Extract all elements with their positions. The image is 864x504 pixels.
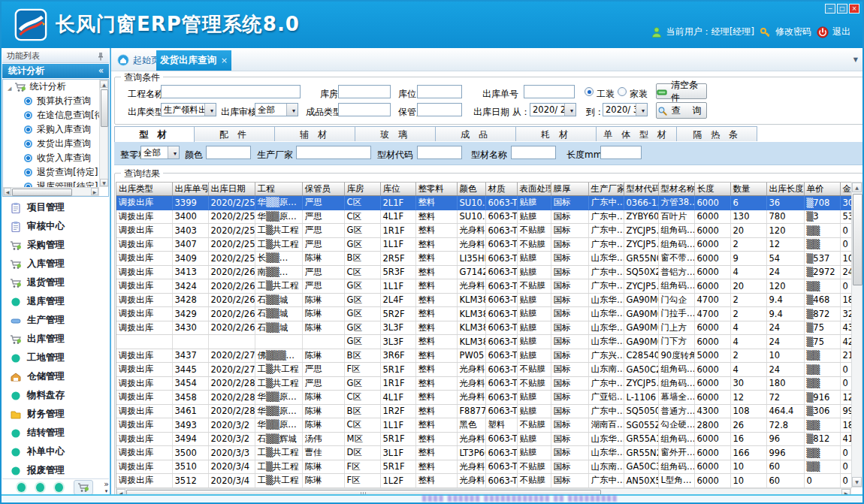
tree-item[interactable]: 发货出库查询 [3, 137, 108, 151]
tree-root-statistics[interactable]: 统计分析 [3, 80, 108, 94]
clear-conditions-button[interactable]: 清空条件 [656, 83, 707, 99]
radio-home-install[interactable] [618, 87, 627, 96]
table-row[interactable]: 调拨出库34452020/2/27工▒共工程严思F区5R1F整料光身料6063-… [116, 363, 852, 377]
sidebar-item-出库管理[interactable]: 出库管理 [2, 330, 109, 349]
expand-icon[interactable] [8, 82, 11, 92]
column-header-颜色[interactable]: 颜色 [457, 183, 485, 196]
tree-horizontal-scrollbar[interactable] [3, 187, 99, 196]
tab-list-dropdown-icon[interactable]: ▼ [853, 56, 858, 63]
sidebar-item-生产管理[interactable]: 生产管理 [2, 311, 109, 330]
scroll-right-arrow[interactable] [91, 188, 98, 195]
out-type-select[interactable]: 生产领料出库 [161, 103, 216, 116]
search-button[interactable]: 查 询 [656, 102, 707, 119]
collapse-icon[interactable]: « [98, 64, 104, 78]
column-header-出库日期[interactable]: 出库日期 [208, 183, 255, 196]
location-input[interactable] [417, 85, 462, 98]
material-tab-8[interactable]: 隔 热 条 [677, 126, 757, 141]
sidebar-item-物料盘存[interactable]: 物料盘存 [2, 386, 109, 405]
column-header-出库长度[interactable]: 出库长度 [766, 183, 804, 196]
column-header-生产厂家[interactable]: 生产厂家 [588, 183, 624, 196]
table-row[interactable]: 调拨出库34372020/2/27佛▒▒▒…陈琳B区3R6F整料PW056063… [116, 349, 852, 363]
tab-home[interactable]: 起始页 [117, 52, 160, 68]
date-to-picker[interactable]: 2020/ 3/16 [603, 103, 648, 116]
product-type-input[interactable] [338, 103, 391, 116]
table-row[interactable]: 调拨出库34072020/2/25工▒共工程严思G区1L1F整料光身料6063-… [116, 237, 852, 252]
sidebar-item-报废管理[interactable]: 报废管理 [2, 461, 109, 480]
column-header-数量[interactable]: 数量 [730, 183, 766, 196]
color-input[interactable] [206, 146, 251, 159]
material-tab-7[interactable]: 单 体 型 材 [597, 126, 677, 141]
table-row[interactable]: 调拨出库34612020/2/28华▒▒原…陈琳B区1R2F整料F8877FT6… [116, 404, 852, 418]
table-row[interactable]: 调拨出库34542020/2/28工▒共工程严思G区1R1F整料光身料6063-… [116, 376, 852, 391]
material-tab-1[interactable]: 型 材 [114, 126, 195, 142]
grid-vertical-scrollbar[interactable] [851, 182, 862, 487]
project-name-input[interactable] [161, 85, 301, 98]
change-password-button[interactable]: 修改密码 [760, 26, 811, 38]
sidebar-item-入库管理[interactable]: 入库管理 [2, 255, 109, 273]
table-row[interactable]: 调拨出库35002020/3/3工▒共工程曹佳D区3L1F整料LT3P60606… [116, 446, 852, 460]
column-header-型材名称[interactable]: 型材名称 [658, 183, 694, 196]
column-header-工程[interactable]: 工程 [255, 183, 302, 196]
overflow-chevron[interactable]: »▾ [104, 481, 109, 494]
warehouse-input[interactable] [338, 85, 391, 98]
table-row[interactable]: 调拨出库34092020/2/25长▒▒…陈琳B区2R5F整料LI35HD606… [116, 252, 852, 266]
module-dot-icon[interactable] [36, 483, 44, 492]
column-header-库位[interactable]: 库位 [380, 183, 415, 196]
whole-part-select[interactable]: 全部 [140, 146, 180, 159]
tree-item[interactable]: 在途信息查询[待 [3, 108, 108, 122]
module-dot-icon[interactable] [55, 483, 63, 492]
tree-item[interactable]: 收货入库查询 [3, 151, 108, 165]
scrollbar-thumb[interactable] [101, 89, 108, 127]
scroll-up-arrow[interactable] [852, 183, 862, 192]
column-header-出库单号[interactable]: 出库单号 [172, 183, 208, 196]
column-header-单价[interactable]: 单价 [804, 183, 840, 196]
table-row[interactable]: 调拨出库34032020/2/25工▒共工程严思G区1R1F整料光身料6063-… [116, 224, 852, 238]
sidebar-item-审核中心[interactable]: 审核中心 [2, 217, 109, 236]
column-header-整零料[interactable]: 整零料 [415, 183, 457, 196]
sidebar-item-退库管理[interactable]: 退库管理 [2, 292, 109, 311]
column-header-出库类型[interactable]: 出库类型 [116, 183, 172, 196]
length-input[interactable] [600, 146, 642, 159]
column-header-型材代码[interactable]: 型材代码 [624, 183, 658, 196]
table-row[interactable]: 调拨出库34292020/2/26石▒▒城陈琳G区5R2F整料KLM381760… [116, 307, 852, 321]
tree-vertical-scrollbar[interactable] [99, 80, 108, 187]
order-no-input[interactable] [524, 85, 575, 98]
material-tab-2[interactable]: 配 件 [195, 126, 275, 141]
out-audit-select[interactable]: 全部 [255, 103, 298, 116]
maximize-button[interactable]: □ [837, 4, 847, 14]
table-row[interactable]: 调拨出库33992020/2/25华▒▒原…严思C区2L1F整料SU10…606… [116, 196, 852, 210]
table-row[interactable]: 调拨出库34132020/2/26南▒▒…严思C区5R3F整料G71422606… [116, 265, 852, 279]
tree-item[interactable]: 预算执行查询 [3, 94, 108, 108]
pin-icon[interactable] [97, 52, 104, 61]
manufacturer-input[interactable] [296, 146, 371, 159]
tab-shipping-query[interactable]: 发货出库查询 × [156, 50, 231, 71]
table-row[interactable]: G区3L3F整料KLM38176063-T5贴膜国标山东华…GA90M09.门下… [116, 335, 852, 349]
material-tab-4[interactable]: 玻 璃 [355, 126, 436, 141]
close-button[interactable]: × [849, 4, 859, 14]
logout-button[interactable]: 退出 [817, 26, 850, 38]
column-header-保管员[interactable]: 保管员 [302, 183, 344, 196]
material-tab-3[interactable]: 辅 材 [275, 126, 355, 141]
scrollbar-thumb[interactable] [853, 194, 862, 285]
column-header-长度[interactable]: 长度 [694, 183, 730, 196]
scroll-down-arrow[interactable] [100, 179, 108, 186]
table-row[interactable]: 调拨出库34942020/3/2石▒▒辉城汤伟M区5R1F整料光身料6063-T… [116, 432, 852, 446]
date-from-picker[interactable]: 2020/ 2/16 [530, 103, 576, 116]
scroll-left-arrow[interactable] [4, 188, 11, 195]
tree-item[interactable]: 采购入库查询 [3, 122, 108, 137]
sidebar-item-仓储管理[interactable]: 仓储管理 [2, 367, 109, 386]
section-header-statistics[interactable]: 统计分析 « [2, 64, 109, 78]
table-row[interactable]: 调拨出库34932020/3/2华▒▒原…陈琳C区1L1F整料黑色塑料不贴膜国标… [116, 418, 852, 433]
sidebar-item-补单中心[interactable]: 补单中心 [2, 442, 109, 461]
sidebar-item-退货管理[interactable]: 退货管理 [2, 273, 109, 292]
sidebar-item-工地管理[interactable]: 工地管理 [2, 349, 109, 367]
column-header-膜厚[interactable]: 膜厚 [551, 183, 588, 196]
sidebar-item-采购管理[interactable]: 采购管理 [2, 236, 109, 255]
sidebar-item-结转管理[interactable]: 结转管理 [2, 424, 109, 442]
sidebar-item-财务管理[interactable]: 财务管理 [2, 405, 109, 424]
column-header-表面处理[interactable]: 表面处理 [517, 183, 551, 196]
table-row[interactable]: 调拨出库34002020/2/25华▒▒原…严思C区4L1F整料SU10…606… [116, 210, 852, 224]
column-header-库房[interactable]: 库房 [344, 183, 380, 196]
profile-name-input[interactable] [511, 146, 556, 159]
material-tab-5[interactable]: 成 品 [436, 126, 516, 141]
